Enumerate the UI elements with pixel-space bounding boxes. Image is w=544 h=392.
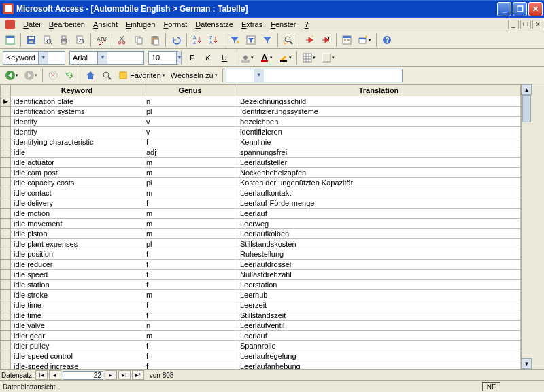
vertical-scrollbar[interactable]: ▲ ▼: [521, 84, 532, 369]
cell[interactable]: n: [143, 96, 237, 107]
chevron-down-icon[interactable]: ▼: [254, 69, 264, 82]
table-row[interactable]: idle timefLeerzeit: [1, 300, 521, 310]
field-selector-combo[interactable]: Keyword▼: [3, 51, 65, 65]
cell[interactable]: m: [143, 219, 237, 229]
table-row[interactable]: idle plant expensesplStillstandskosten: [1, 239, 521, 249]
first-record-button[interactable]: I◂: [35, 370, 48, 380]
mdi-minimize-button[interactable]: _: [508, 20, 519, 29]
stop-button[interactable]: [46, 68, 61, 83]
data-table[interactable]: Keyword Genus Translation ▶identificatio…: [0, 84, 521, 369]
column-header-genus[interactable]: Genus: [143, 85, 237, 96]
cell[interactable]: f: [143, 310, 237, 321]
bold-button[interactable]: F: [184, 50, 199, 65]
select-all-cell[interactable]: [1, 85, 11, 96]
row-selector[interactable]: [1, 341, 11, 351]
cell[interactable]: m: [143, 331, 237, 341]
fill-color-button[interactable]: ▾: [238, 50, 256, 65]
chevron-down-icon[interactable]: ▼: [97, 52, 107, 64]
row-selector[interactable]: [1, 270, 11, 280]
cell[interactable]: idler gear: [11, 331, 143, 341]
sort-desc-button[interactable]: ZA: [206, 33, 221, 48]
cell[interactable]: identify: [11, 117, 143, 127]
table-row[interactable]: identifyvidentifizieren: [1, 127, 521, 137]
underline-button[interactable]: U: [217, 50, 232, 65]
menu-item-datei[interactable]: Datei: [19, 19, 45, 30]
cell[interactable]: Leerlaufregelung: [237, 351, 521, 361]
table-row[interactable]: idle deliveryfLeerlauf-Fördermenge: [1, 198, 521, 209]
cell[interactable]: v: [143, 117, 237, 127]
cell[interactable]: Leerlauf-Fördermenge: [237, 198, 521, 209]
cell[interactable]: idle cam post: [11, 168, 143, 178]
cell[interactable]: f: [143, 300, 237, 310]
row-selector[interactable]: [1, 158, 11, 168]
forward-button[interactable]: ▾: [22, 68, 39, 83]
cell[interactable]: Leerlauf: [237, 331, 521, 341]
cell[interactable]: m: [143, 158, 237, 168]
row-selector[interactable]: [1, 249, 11, 260]
address-combo[interactable]: ▼: [226, 69, 403, 82]
menu-item-bearbeiten[interactable]: Bearbeiten: [45, 19, 89, 30]
scroll-down-button[interactable]: ▼: [522, 358, 532, 369]
print-preview-button[interactable]: [73, 33, 88, 48]
cell[interactable]: idle actuator: [11, 158, 143, 168]
row-selector[interactable]: [1, 321, 11, 331]
cell[interactable]: Leerlauf: [237, 209, 521, 219]
cell[interactable]: Leerstation: [237, 280, 521, 290]
row-selector[interactable]: [1, 229, 11, 239]
table-row[interactable]: idle actuatormLeerlaufsteller: [1, 158, 521, 168]
table-row[interactable]: idle-speed controlfLeerlaufregelung: [1, 351, 521, 361]
menu-item-format[interactable]: Format: [159, 19, 191, 30]
spell-check-button[interactable]: ABC: [94, 33, 109, 48]
row-selector[interactable]: [1, 260, 11, 270]
menu-item-extras[interactable]: Extras: [237, 19, 267, 30]
cell[interactable]: m: [143, 168, 237, 178]
cell[interactable]: Stillstandskosten: [237, 239, 521, 249]
row-selector[interactable]: [1, 351, 11, 361]
line-color-button[interactable]: ▾: [276, 50, 294, 65]
cut-button[interactable]: [115, 33, 130, 48]
gridlines-button[interactable]: ▾: [300, 50, 318, 65]
table-row[interactable]: idle stationfLeerstation: [1, 280, 521, 290]
table-row[interactable]: idle movementmLeerweg: [1, 219, 521, 229]
cell[interactable]: m: [143, 188, 237, 198]
cell[interactable]: Stillstandszeit: [237, 310, 521, 321]
cell[interactable]: Leerhub: [237, 290, 521, 300]
prev-record-button[interactable]: ◂: [49, 370, 61, 380]
filter-form-button[interactable]: [243, 33, 258, 48]
row-selector[interactable]: ▶: [1, 96, 11, 107]
font-size-combo[interactable]: 10▼: [148, 51, 178, 65]
new-object-button[interactable]: ▾: [356, 33, 373, 48]
table-row[interactable]: idle positionfRuhestellung: [1, 249, 521, 260]
maximize-button[interactable]: ❐: [513, 2, 527, 16]
scroll-thumb[interactable]: [522, 95, 531, 122]
cell[interactable]: idle valve: [11, 321, 143, 331]
cell[interactable]: Leerlaufkontakt: [237, 188, 521, 198]
menu-item-datensätze[interactable]: Datensätze: [191, 19, 237, 30]
row-selector[interactable]: [1, 310, 11, 321]
special-effect-button[interactable]: ▾: [319, 50, 337, 65]
row-selector[interactable]: [1, 117, 11, 127]
cell[interactable]: idle stroke: [11, 290, 143, 300]
cell[interactable]: pl: [143, 178, 237, 188]
table-row[interactable]: idle speedfNullastdrehzahl: [1, 270, 521, 280]
scroll-up-button[interactable]: ▲: [522, 84, 532, 95]
row-selector[interactable]: [1, 147, 11, 158]
cell[interactable]: Leerlaufdrossel: [237, 260, 521, 270]
cell[interactable]: idle time: [11, 300, 143, 310]
menu-item-ansicht[interactable]: Ansicht: [89, 19, 122, 30]
cell[interactable]: idle delivery: [11, 198, 143, 209]
cell[interactable]: identify: [11, 127, 143, 137]
row-selector[interactable]: [1, 178, 11, 188]
view-button[interactable]: [3, 33, 18, 48]
mdi-restore-button[interactable]: ❐: [520, 20, 531, 29]
table-row[interactable]: identifyvbezeichnen: [1, 117, 521, 127]
undo-button[interactable]: [169, 33, 184, 48]
cell[interactable]: idle: [11, 147, 143, 158]
last-record-button[interactable]: ▸I: [118, 370, 131, 380]
copy-button[interactable]: [131, 33, 146, 48]
row-selector[interactable]: [1, 137, 11, 147]
table-row[interactable]: idler gearmLeerlauf: [1, 331, 521, 341]
cell[interactable]: Spannrolle: [237, 341, 521, 351]
refresh-button[interactable]: [62, 68, 77, 83]
cell[interactable]: m: [143, 290, 237, 300]
